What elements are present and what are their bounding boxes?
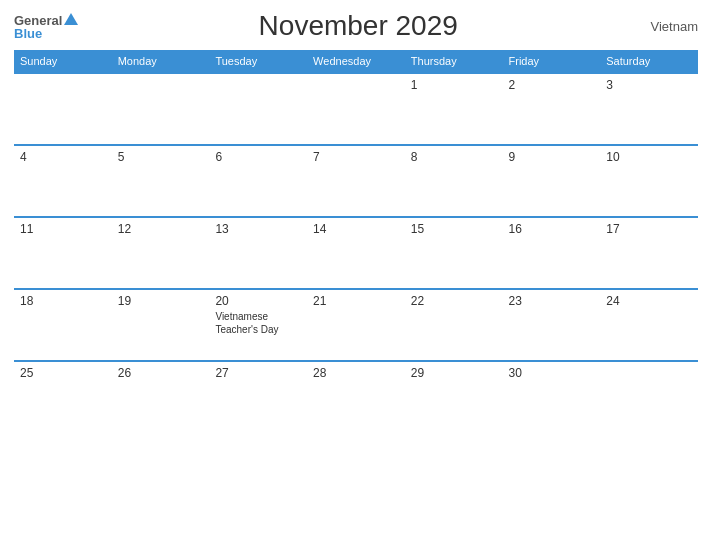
day-number: 21: [313, 294, 399, 308]
table-row: 19: [112, 289, 210, 361]
day-number: 19: [118, 294, 204, 308]
country-label: Vietnam: [638, 19, 698, 34]
table-row: 8: [405, 145, 503, 217]
day-number: 13: [215, 222, 301, 236]
day-number: 29: [411, 366, 497, 380]
day-number: 20: [215, 294, 301, 308]
day-number: 30: [509, 366, 595, 380]
table-row: 2: [503, 73, 601, 145]
day-number: 12: [118, 222, 204, 236]
day-number: 2: [509, 78, 595, 92]
logo-triangle-icon: [64, 13, 78, 25]
col-monday: Monday: [112, 50, 210, 73]
table-row: 6: [209, 145, 307, 217]
table-row: 21: [307, 289, 405, 361]
calendar-week-row: 252627282930: [14, 361, 698, 433]
col-tuesday: Tuesday: [209, 50, 307, 73]
table-row: [307, 73, 405, 145]
day-number: 25: [20, 366, 106, 380]
table-row: 12: [112, 217, 210, 289]
logo-general-text: General: [14, 14, 62, 27]
table-row: 3: [600, 73, 698, 145]
day-number: 15: [411, 222, 497, 236]
day-number: 5: [118, 150, 204, 164]
table-row: 14: [307, 217, 405, 289]
table-row: 28: [307, 361, 405, 433]
table-row: 4: [14, 145, 112, 217]
col-thursday: Thursday: [405, 50, 503, 73]
weekday-header-row: Sunday Monday Tuesday Wednesday Thursday…: [14, 50, 698, 73]
calendar-page: General Blue November 2029 Vietnam Sunda…: [0, 0, 712, 550]
calendar-title: November 2029: [78, 10, 638, 42]
calendar-week-row: 123: [14, 73, 698, 145]
day-number: 28: [313, 366, 399, 380]
day-number: 18: [20, 294, 106, 308]
day-number: 24: [606, 294, 692, 308]
table-row: 5: [112, 145, 210, 217]
table-row: 10: [600, 145, 698, 217]
table-row: 7: [307, 145, 405, 217]
table-row: 26: [112, 361, 210, 433]
day-number: 26: [118, 366, 204, 380]
calendar-table: Sunday Monday Tuesday Wednesday Thursday…: [14, 50, 698, 433]
logo-blue-text: Blue: [14, 27, 42, 40]
table-row: 23: [503, 289, 601, 361]
col-wednesday: Wednesday: [307, 50, 405, 73]
table-row: 9: [503, 145, 601, 217]
table-row: 27: [209, 361, 307, 433]
table-row: 13: [209, 217, 307, 289]
day-number: 1: [411, 78, 497, 92]
event-label: Vietnamese Teacher's Day: [215, 311, 278, 335]
header: General Blue November 2029 Vietnam: [14, 10, 698, 42]
table-row: 24: [600, 289, 698, 361]
calendar-week-row: 181920Vietnamese Teacher's Day21222324: [14, 289, 698, 361]
logo: General Blue: [14, 13, 78, 40]
col-sunday: Sunday: [14, 50, 112, 73]
day-number: 22: [411, 294, 497, 308]
day-number: 6: [215, 150, 301, 164]
table-row: 20Vietnamese Teacher's Day: [209, 289, 307, 361]
day-number: 17: [606, 222, 692, 236]
table-row: [209, 73, 307, 145]
table-row: 30: [503, 361, 601, 433]
day-number: 23: [509, 294, 595, 308]
calendar-week-row: 11121314151617: [14, 217, 698, 289]
day-number: 9: [509, 150, 595, 164]
col-friday: Friday: [503, 50, 601, 73]
table-row: 22: [405, 289, 503, 361]
table-row: 11: [14, 217, 112, 289]
calendar-week-row: 45678910: [14, 145, 698, 217]
day-number: 8: [411, 150, 497, 164]
day-number: 14: [313, 222, 399, 236]
table-row: 29: [405, 361, 503, 433]
day-number: 27: [215, 366, 301, 380]
table-row: 18: [14, 289, 112, 361]
day-number: 7: [313, 150, 399, 164]
col-saturday: Saturday: [600, 50, 698, 73]
table-row: 1: [405, 73, 503, 145]
day-number: 4: [20, 150, 106, 164]
day-number: 16: [509, 222, 595, 236]
day-number: 10: [606, 150, 692, 164]
table-row: [600, 361, 698, 433]
day-number: 11: [20, 222, 106, 236]
table-row: 15: [405, 217, 503, 289]
table-row: 16: [503, 217, 601, 289]
table-row: 17: [600, 217, 698, 289]
table-row: 25: [14, 361, 112, 433]
day-number: 3: [606, 78, 692, 92]
table-row: [112, 73, 210, 145]
table-row: [14, 73, 112, 145]
